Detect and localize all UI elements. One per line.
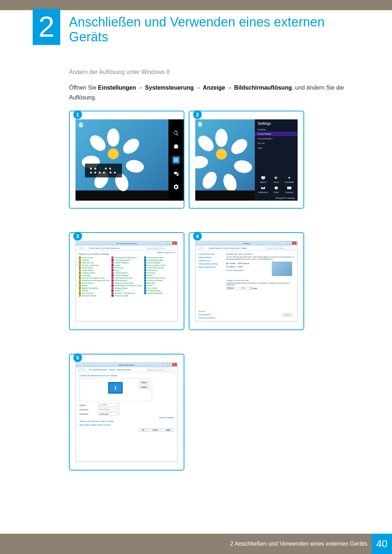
cp-item[interactable]: Default Programs: [111, 262, 142, 264]
breadcrumb-path[interactable]: Control Panel › All Control Panel Items …: [89, 247, 121, 249]
cp-item[interactable]: Action Center: [79, 257, 109, 259]
breadcrumb-path[interactable]: Control Panel › All Control Panel Items …: [209, 247, 247, 249]
close-button[interactable]: ×: [172, 363, 177, 366]
bold-checkbox[interactable]: [250, 287, 252, 290]
settings-item-desktop[interactable]: Desktop: [255, 127, 298, 132]
nav-fwd-icon[interactable]: ›: [82, 246, 85, 250]
breadcrumb-path[interactable]: All Control Panel Items › Display › Scre…: [89, 369, 131, 371]
cp-item[interactable]: Troubleshooting: [144, 290, 175, 292]
settings-icon[interactable]: [173, 184, 179, 190]
identify-button[interactable]: Identify: [139, 385, 150, 389]
cp-item[interactable]: Sound: [144, 284, 175, 287]
cp-item[interactable]: Sync Center: [144, 287, 175, 289]
view-by[interactable]: View by: Small icons ▾: [157, 251, 175, 254]
cp-item[interactable]: Language: [79, 274, 109, 276]
cp-item[interactable]: Power Options: [79, 282, 109, 284]
cp-item[interactable]: Speech Recognition: [79, 287, 109, 289]
cp-item[interactable]: Display: [111, 264, 142, 266]
cp-item[interactable]: Add features to Windows 8: [111, 257, 142, 259]
magnifier-link[interactable]: Magnifier: [263, 258, 270, 260]
size-dropdown[interactable]: 11: [242, 287, 249, 290]
cancel-button[interactable]: Cancel: [149, 428, 162, 432]
cp-item[interactable]: Windows Update: [111, 295, 142, 297]
nav-back-icon[interactable]: ‹: [78, 368, 81, 371]
cp-item[interactable]: HomeGroup: [144, 269, 175, 271]
cp-item[interactable]: Keyboard: [144, 272, 175, 274]
maximize-button[interactable]: □: [168, 363, 172, 366]
cp-item[interactable]: Windows Firewall: [79, 295, 109, 297]
search-icon[interactable]: [173, 130, 179, 136]
cp-item[interactable]: Region: [79, 284, 109, 287]
advanced-settings-link[interactable]: Advanced settings: [159, 416, 174, 419]
cp-item[interactable]: Recovery: [144, 282, 175, 284]
keyboard-icon[interactable]: Keyboard: [283, 185, 295, 193]
search-icon[interactable]: ⌕: [174, 369, 175, 371]
cp-item[interactable]: Programs and Features: [111, 282, 142, 284]
maximize-button[interactable]: □: [168, 242, 172, 245]
cp-item[interactable]: Windows 7 File Recovery: [111, 292, 142, 294]
cp-item[interactable]: Date and Time: [79, 262, 109, 264]
cp-item[interactable]: Folder Options: [79, 269, 109, 271]
brightness-icon[interactable]: Unavailable: [283, 175, 295, 183]
cp-item[interactable]: Color Management: [111, 259, 142, 261]
cp-item[interactable]: Administrative Tools: [144, 257, 175, 259]
display-dropdown[interactable]: 1. ********▼: [98, 403, 119, 407]
settings-item-pcinfo[interactable]: PC info: [255, 141, 298, 145]
side-pers[interactable]: Personalization: [199, 313, 224, 316]
start-icon[interactable]: [172, 156, 180, 164]
detect-button[interactable]: Detect: [139, 381, 150, 384]
settings-item-control-panel[interactable]: Control Panel: [255, 132, 298, 136]
side-color[interactable]: Calibrate color: [199, 259, 224, 262]
cp-item[interactable]: File History: [111, 267, 142, 269]
resolution-dropdown[interactable]: **** × **** ▾: [98, 408, 119, 411]
apply-button[interactable]: Apply: [163, 428, 174, 432]
change-pc-settings-link[interactable]: Change PC settings: [255, 196, 298, 201]
text-size-link[interactable]: Make text and other items larger or smal…: [79, 420, 174, 422]
monitor-icon[interactable]: 1: [108, 382, 123, 394]
search-input[interactable]: Search Control Panel: [146, 368, 171, 371]
share-icon[interactable]: [173, 143, 179, 149]
cp-item[interactable]: Devices and Printers: [79, 264, 109, 266]
recycle-bin-icon[interactable]: [78, 122, 84, 130]
volume-icon[interactable]: Sound: [270, 175, 282, 183]
cp-item[interactable]: System: [79, 290, 109, 292]
side-clear[interactable]: Adjust ClearType text: [199, 266, 224, 268]
close-button[interactable]: ×: [292, 242, 297, 245]
cp-item[interactable]: Location Settings: [111, 274, 142, 276]
power-icon[interactable]: Power: [270, 185, 282, 193]
maximize-button[interactable]: □: [287, 242, 292, 245]
side-disp[interactable]: Change display settings: [199, 263, 224, 265]
cp-item[interactable]: Credential Manager: [144, 259, 175, 261]
search-input[interactable]: Search Control Panel: [266, 246, 291, 250]
help-link[interactable]: What display settings should I choose?: [79, 424, 174, 426]
settings-item-personalization[interactable]: Personalization: [255, 136, 298, 141]
search-icon[interactable]: ⌕: [174, 247, 175, 249]
cp-item[interactable]: Mouse: [144, 274, 175, 276]
close-button[interactable]: ×: [172, 242, 177, 245]
item-dropdown[interactable]: Title bars: [226, 287, 241, 290]
orientation-dropdown[interactable]: Landscape▼: [98, 412, 119, 415]
search-input[interactable]: Search Control Panel: [146, 246, 171, 250]
cp-item[interactable]: Flash Player (32-bit): [144, 267, 175, 269]
cp-item[interactable]: NVIDIA Control Panel: [144, 277, 175, 279]
settings-item-help[interactable]: Help: [255, 145, 298, 150]
cp-item[interactable]: RemoteApp and Desktop Connections: [111, 284, 142, 287]
side-res[interactable]: Adjust resolution: [199, 256, 224, 258]
minimize-button[interactable]: –: [163, 363, 167, 366]
cp-item[interactable]: Windows Defender: [144, 292, 175, 294]
minimize-button[interactable]: –: [163, 242, 167, 245]
search-icon[interactable]: ⌕: [294, 247, 295, 249]
taskbar[interactable]: [195, 190, 255, 201]
cp-item[interactable]: Phone and Modem: [144, 279, 175, 282]
cp-item[interactable]: Storage Spaces: [111, 287, 142, 289]
side-devp[interactable]: Devices and Printers: [199, 317, 224, 319]
cp-item[interactable]: Device Manager: [144, 262, 175, 264]
nav-back-icon[interactable]: ‹: [198, 246, 201, 250]
cp-item[interactable]: Personalization: [111, 279, 142, 282]
cp-item[interactable]: AutoPlay: [79, 259, 109, 261]
cp-item[interactable]: Notification Area Icons: [111, 277, 142, 279]
network-icon[interactable]: Network: [257, 175, 269, 183]
minimize-button[interactable]: –: [283, 242, 287, 245]
recycle-bin-icon[interactable]: [197, 121, 203, 129]
cp-item[interactable]: Performance Information and Tools: [79, 279, 109, 282]
